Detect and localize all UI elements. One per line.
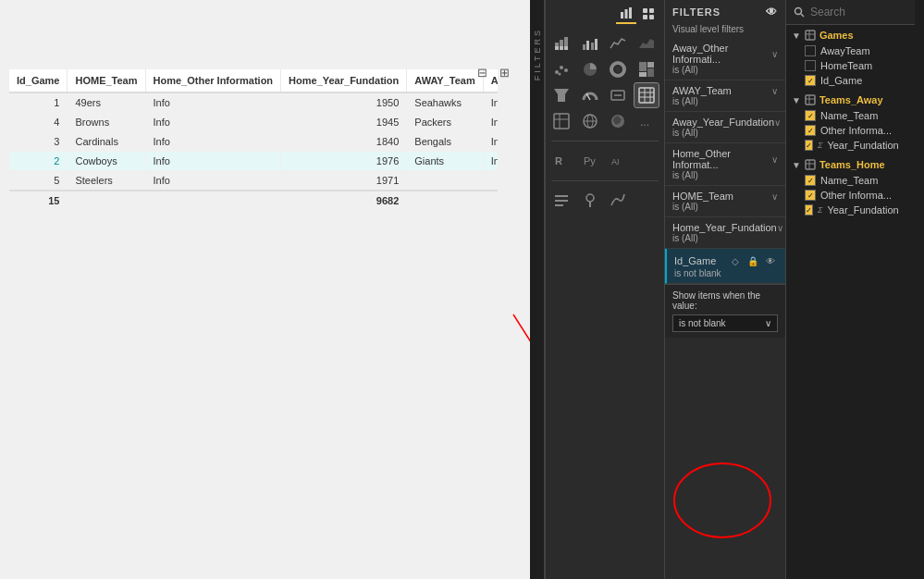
field-item-away-other-info[interactable]: ✓ Other Informa...	[786, 123, 915, 138]
col-id-game[interactable]: Id_Game	[9, 69, 68, 92]
field-item-hometeam[interactable]: HomeTeam	[786, 58, 915, 73]
gauge-icon[interactable]	[578, 83, 602, 107]
viz-separator	[551, 141, 659, 142]
filter-eraser-icon[interactable]: ◇	[728, 253, 743, 268]
field-item-awayteam[interactable]: AwayTeam	[786, 43, 915, 58]
field-group-games-header[interactable]: ▼ Games	[786, 27, 915, 43]
custom-visual-icon[interactable]: ...	[634, 109, 659, 133]
field-checkbox-away-other[interactable]: ✓	[805, 125, 816, 136]
field-checkbox-away-name[interactable]: ✓	[805, 110, 816, 121]
svg-point-19	[555, 70, 559, 74]
funnel-icon[interactable]	[549, 83, 573, 107]
viz-panel: ... R Py AI	[545, 0, 665, 579]
field-checkbox-home-year[interactable]: ✓	[805, 204, 813, 216]
field-item-home-other-info[interactable]: ✓ Other Informa...	[786, 188, 915, 203]
donut-chart-icon[interactable]	[606, 57, 630, 81]
field-group-teams-home-header[interactable]: ▼ Teams_Home	[786, 156, 915, 173]
pie-chart-icon[interactable]	[578, 57, 602, 81]
filter-item-away-other[interactable]: Away_Other Informati... ∨ is (All)	[665, 38, 785, 80]
grid-icon[interactable]: ⊞	[495, 63, 513, 81]
field-group-teams-away-header[interactable]: ▼ Teams_Away	[786, 92, 915, 108]
eye-icon[interactable]: 👁	[766, 6, 778, 18]
table-row: 4 Browns Info 1945 Packers Info 1939	[9, 113, 498, 132]
table-row: 1 49ers Info 1950 Seahawks Info 1946	[9, 92, 498, 113]
map-icon[interactable]	[578, 109, 602, 133]
filters-title: FILTERS 👁	[665, 0, 785, 22]
col-away-team[interactable]: AWAY_Team	[407, 69, 483, 92]
col-home-team[interactable]: HOME_Team	[68, 69, 145, 92]
svg-rect-50	[555, 195, 568, 197]
filled-map-icon[interactable]	[606, 109, 630, 133]
format-fields-icon[interactable]	[549, 189, 573, 213]
filter-dropdown[interactable]: is not blank ∨	[672, 314, 778, 332]
svg-rect-26	[639, 62, 647, 71]
table-small-icon3	[805, 159, 816, 170]
filter-lock-icon[interactable]: 🔒	[745, 253, 760, 268]
line-chart-icon[interactable]	[606, 31, 630, 55]
field-checkbox-awayteam[interactable]	[805, 45, 816, 56]
analytics-icon[interactable]	[606, 189, 630, 213]
col-home-other[interactable]: Home_Other Information	[145, 69, 281, 92]
right-panels: FILTERS 👁 Visual level filters Away_Othe…	[665, 0, 924, 579]
clustered-bar-icon[interactable]	[578, 31, 602, 55]
svg-rect-1	[621, 12, 623, 18]
filter-chevron-icon: ∨	[771, 154, 778, 165]
svg-rect-5	[649, 8, 654, 13]
filter-icon[interactable]: ⊟	[473, 63, 491, 81]
filter-eye-icon[interactable]: 👁	[763, 253, 778, 268]
main-canvas: ⊟ ⊞ Id_Game HOME_Team Home_Other Informa…	[0, 0, 530, 579]
matrix-icon[interactable]	[549, 109, 573, 133]
filter-item-home-other[interactable]: Home_Other Informat... ∨ is (All)	[665, 143, 785, 186]
card-icon[interactable]	[606, 83, 630, 107]
field-item-idgame[interactable]: ✓ Id_Game	[786, 73, 915, 88]
scatter-icon[interactable]	[549, 57, 573, 81]
area-chart-icon[interactable]	[634, 31, 659, 55]
svg-point-53	[586, 194, 594, 202]
search-input[interactable]	[810, 6, 907, 18]
col-home-year[interactable]: Home_Year_Fundation	[281, 69, 407, 92]
field-checkbox-away-year[interactable]: ✓	[805, 140, 813, 151]
svg-point-20	[560, 66, 563, 69]
fields-list: ▼ Games AwayTeam HomeTeam ✓ Id_Game	[786, 25, 915, 579]
field-item-away-year-fund[interactable]: ✓ Σ Year_Fundation	[786, 138, 915, 153]
svg-rect-3	[629, 7, 632, 18]
svg-rect-39	[554, 114, 569, 129]
table-icon[interactable]	[634, 83, 659, 107]
svg-rect-51	[555, 200, 568, 202]
r-icon[interactable]: R	[549, 149, 573, 173]
field-checkbox-idgame[interactable]: ✓	[805, 75, 816, 86]
viz-tab-fields[interactable]	[638, 4, 659, 24]
table-small-icon	[805, 30, 816, 41]
svg-rect-6	[643, 15, 647, 19]
field-checkbox-home-other[interactable]: ✓	[805, 190, 816, 201]
search-icon	[794, 6, 805, 18]
filter-item-home-team[interactable]: HOME_Team ∨ is (All)	[665, 186, 785, 217]
field-group-teams-away: ▼ Teams_Away ✓ Name_Team ✓ Other Informa…	[786, 90, 915, 154]
filter-chevron-icon: ∨	[777, 223, 783, 233]
viz-tab-row	[546, 0, 664, 28]
filter-item-away-team[interactable]: AWAY_Team ∨ is (All)	[665, 80, 785, 112]
table-row: 5 Steelers Info 1971	[9, 171, 498, 191]
field-item-home-year-fund[interactable]: ✓ Σ Year_Fundation	[786, 203, 915, 217]
viz-tab-visualizations[interactable]	[616, 4, 636, 24]
field-item-away-name-team[interactable]: ✓ Name_Team	[786, 108, 915, 123]
filter-item-id-game[interactable]: Id_Game ◇ 🔒 👁 is not blank	[665, 249, 785, 284]
svg-rect-2	[625, 9, 628, 18]
svg-point-56	[795, 8, 802, 15]
table-toolbar: ⊟ ⊞	[473, 63, 513, 81]
svg-rect-11	[560, 46, 563, 50]
format-paint-icon[interactable]	[578, 189, 602, 213]
filter-subpanel: Show items when the value: is not blank …	[665, 284, 785, 338]
filters-vertical-text: FILTERS	[533, 28, 542, 80]
field-checkbox-hometeam[interactable]	[805, 60, 816, 71]
stacked-bar-icon[interactable]	[549, 31, 573, 55]
field-checkbox-home-name[interactable]: ✓	[805, 175, 816, 186]
ai-icon[interactable]: AI	[606, 149, 630, 173]
filter-item-home-year[interactable]: Home_Year_Fundation ∨ is (All)	[665, 217, 785, 249]
python-icon[interactable]: Py	[578, 149, 602, 173]
svg-rect-61	[806, 95, 815, 105]
field-item-home-name-team[interactable]: ✓ Name_Team	[786, 173, 915, 188]
table-row: 2 Cowboys Info 1976 Giants Info 1980	[9, 152, 498, 171]
filter-item-away-year[interactable]: Away_Year_Fundation ∨ is (All)	[665, 112, 785, 143]
treemap-icon[interactable]	[634, 57, 659, 81]
